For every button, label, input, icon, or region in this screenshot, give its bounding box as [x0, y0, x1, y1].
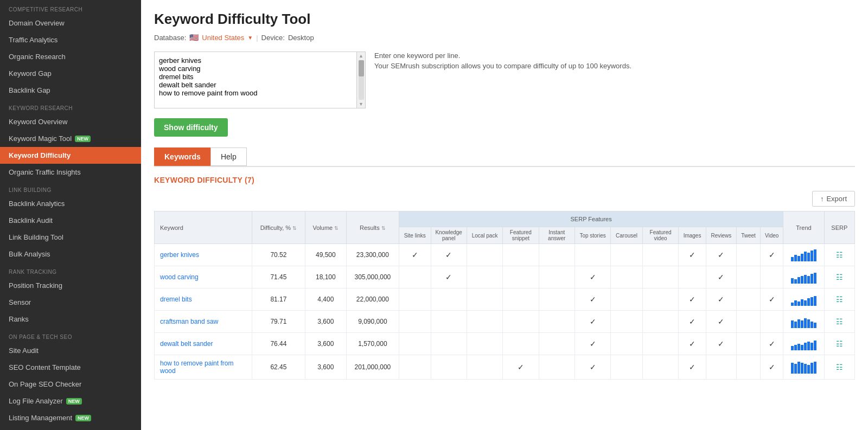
- sidebar-item-organic-research[interactable]: Organic Research: [0, 48, 141, 65]
- sidebar-item-organic-traffic-insights[interactable]: Organic Traffic Insights: [0, 164, 141, 181]
- page-title: Keyword Difficulty Tool: [154, 11, 855, 28]
- sidebar-item-listing-management[interactable]: Listing ManagementNEW: [0, 409, 141, 426]
- video-cell: [760, 266, 783, 288]
- sidebar-item-label: SEO Content Template: [9, 363, 81, 371]
- images-cell: ✓: [679, 244, 706, 266]
- sidebar-item-sensor[interactable]: Sensor: [0, 294, 141, 311]
- keyword-cell: gerber knives: [155, 244, 252, 266]
- check-icon: ✓: [769, 251, 775, 259]
- scroll-down-icon[interactable]: ▼: [359, 101, 363, 107]
- trend-bar-segment: [804, 275, 807, 284]
- sidebar-item-seo-content-template[interactable]: SEO Content Template: [0, 359, 141, 376]
- trend-bar-segment: [791, 303, 794, 306]
- table-row: wood carving71.4518,100305,000,000✓✓✓☷: [155, 266, 855, 288]
- sidebar-item-backlink-audit[interactable]: Backlink Audit: [0, 212, 141, 229]
- sidebar-item-ranks[interactable]: Ranks: [0, 311, 141, 328]
- video-cell: ✓: [760, 355, 783, 380]
- sort-icon: ⇅: [381, 226, 386, 231]
- images-cell: ✓: [679, 288, 706, 311]
- volume-cell: 3,600: [305, 333, 346, 355]
- scroll-up-icon[interactable]: ▲: [359, 53, 363, 59]
- textarea-scrollbar[interactable]: ▲ ▼: [356, 52, 365, 108]
- sidebar-item-keyword-gap[interactable]: Keyword Gap: [0, 65, 141, 82]
- trend-bar: [789, 315, 818, 328]
- top-stories-cell: ✓: [575, 311, 610, 333]
- serp-cell[interactable]: ☷: [824, 244, 854, 266]
- col-header-difficulty-%[interactable]: Difficulty, % ⇅: [252, 211, 305, 244]
- trend-bar-segment: [807, 253, 810, 261]
- difficulty-cell: 81.17: [252, 288, 305, 311]
- sidebar-item-keyword-magic-tool[interactable]: Keyword Magic ToolNEW: [0, 130, 141, 147]
- sidebar-item-log-file-analyzer[interactable]: Log File AnalyzerNEW: [0, 393, 141, 409]
- keyword-difficulty-table: KeywordDifficulty, % ⇅Volume ⇅Results ⇅S…: [154, 211, 855, 380]
- sidebar-item-link-building-tool[interactable]: Link Building Tool: [0, 229, 141, 246]
- images-cell: ✓: [679, 333, 706, 355]
- database-value-link[interactable]: United States: [202, 34, 244, 42]
- sidebar-item-site-audit[interactable]: Site Audit: [0, 342, 141, 359]
- trend-bar-segment: [794, 322, 797, 328]
- col-header-knowledge-panel: Knowledge panel: [431, 227, 467, 244]
- serp-icon[interactable]: ☷: [836, 339, 843, 348]
- export-button[interactable]: ↑ Export: [812, 191, 855, 207]
- serp-cell[interactable]: ☷: [824, 288, 854, 311]
- table-container: KeywordDifficulty, % ⇅Volume ⇅Results ⇅S…: [154, 211, 855, 380]
- sidebar-item-bulk-analysis[interactable]: Bulk Analysis: [0, 246, 141, 262]
- sidebar-item-on-page-seo-checker[interactable]: On Page SEO Checker: [0, 376, 141, 393]
- serp-cell[interactable]: ☷: [824, 311, 854, 333]
- featured-snippet-cell: [503, 288, 539, 311]
- col-header-results[interactable]: Results ⇅: [346, 211, 399, 244]
- show-difficulty-button[interactable]: Show difficulty: [154, 118, 228, 137]
- serp-cell[interactable]: ☷: [824, 355, 854, 380]
- tab-keywords[interactable]: Keywords: [154, 147, 211, 166]
- sidebar-item-backlink-gap[interactable]: Backlink Gap: [0, 82, 141, 99]
- serp-icon[interactable]: ☷: [836, 363, 843, 371]
- serp-icon[interactable]: ☷: [836, 251, 843, 259]
- keyword-link[interactable]: gerber knives: [160, 251, 199, 259]
- check-icon: ✓: [689, 339, 695, 348]
- difficulty-cell: 71.45: [252, 266, 305, 288]
- sidebar-item-keyword-difficulty[interactable]: Keyword Difficulty: [0, 147, 141, 164]
- knowledge-panel-cell: [431, 311, 467, 333]
- images-cell: ✓: [679, 311, 706, 333]
- local-pack-cell: [467, 244, 502, 266]
- col-header-keyword: Keyword: [155, 211, 252, 244]
- serp-cell[interactable]: ☷: [824, 333, 854, 355]
- trend-bar-segment: [794, 300, 797, 306]
- trend-bar-segment: [797, 277, 800, 284]
- keyword-link[interactable]: craftsman band saw: [160, 318, 218, 325]
- keyword-textarea[interactable]: gerber knives wood carving dremel bits d…: [155, 52, 365, 106]
- sidebar-item-keyword-overview[interactable]: Keyword Overview: [0, 113, 141, 130]
- sidebar-item-label: Domain Overview: [9, 19, 65, 27]
- keyword-link[interactable]: dewalt belt sander: [160, 340, 213, 348]
- col-header-volume[interactable]: Volume ⇅: [305, 211, 346, 244]
- tweet-cell: [737, 355, 761, 380]
- sidebar-item-label: Keyword Gap: [9, 69, 52, 78]
- check-icon: ✓: [689, 295, 695, 304]
- keyword-link[interactable]: wood carving: [160, 273, 199, 281]
- check-icon: ✓: [689, 251, 695, 259]
- device-label: Device:: [261, 34, 285, 42]
- featured-video-cell: [642, 244, 678, 266]
- sidebar-item-backlink-analytics[interactable]: Backlink Analytics: [0, 195, 141, 212]
- serp-cell[interactable]: ☷: [824, 266, 854, 288]
- sidebar-item-traffic-analytics[interactable]: Traffic Analytics: [0, 31, 141, 48]
- trend-bar-segment: [794, 364, 797, 374]
- sidebar-item-label: Keyword Magic Tool: [9, 134, 72, 143]
- video-cell: ✓: [760, 244, 783, 266]
- tabs: KeywordsHelp: [154, 147, 855, 167]
- tab-help[interactable]: Help: [210, 147, 247, 166]
- trend-bar: [789, 337, 818, 350]
- carousel-cell: [611, 333, 643, 355]
- keyword-link[interactable]: how to remove paint from wood: [160, 360, 233, 375]
- serp-icon[interactable]: ☷: [836, 295, 843, 304]
- serp-icon[interactable]: ☷: [836, 273, 843, 281]
- serp-icon[interactable]: ☷: [836, 317, 843, 326]
- keyword-link[interactable]: dremel bits: [160, 296, 192, 303]
- check-icon: ✓: [769, 295, 775, 304]
- sidebar-item-domain-overview[interactable]: Domain Overview: [0, 15, 141, 31]
- sort-icon: ⇅: [334, 226, 339, 231]
- table-row: dremel bits81.174,40022,000,000✓✓✓✓☷: [155, 288, 855, 311]
- trend-bar: [789, 293, 818, 306]
- sidebar-item-position-tracking[interactable]: Position Tracking: [0, 277, 141, 294]
- upload-icon: ↑: [820, 195, 824, 203]
